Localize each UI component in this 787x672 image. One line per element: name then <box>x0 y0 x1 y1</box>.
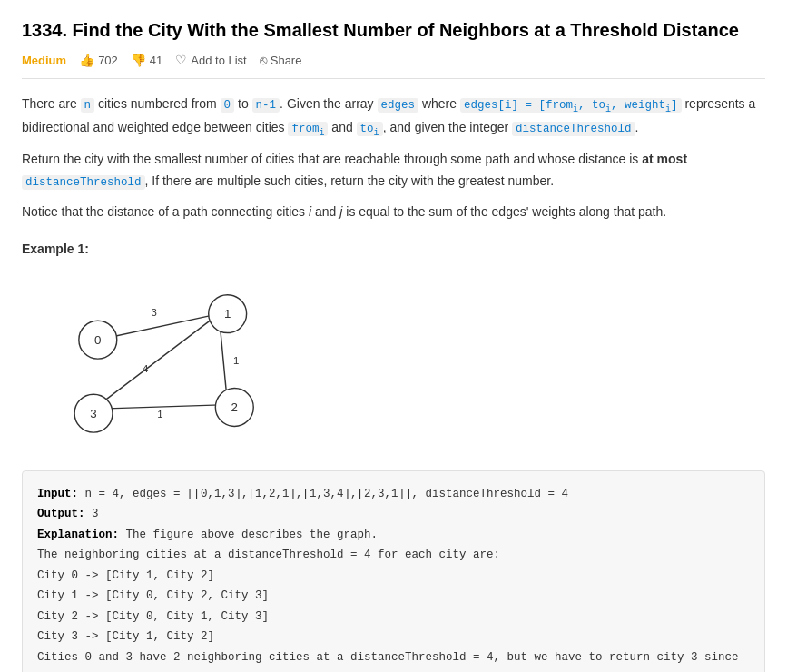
share-label: Share <box>271 54 302 67</box>
explanation-label: Explanation: <box>37 529 119 541</box>
share-button[interactable]: ⎋ Share <box>260 53 302 67</box>
code-line-8: it has the greatest number. <box>37 667 750 672</box>
node-3-label: 3 <box>90 407 96 420</box>
explanation-text: The figure above describes the graph. <box>126 529 379 541</box>
dislikes-count: 41 <box>150 54 162 67</box>
code-line-6: City 3 -> [City 1, City 2] <box>37 627 750 647</box>
code-n: n <box>81 98 95 113</box>
thumbs-down-icon: 👎 <box>131 53 146 67</box>
example-code-block: Input: n = 4, edges = [[0,1,3],[1,2,1],[… <box>22 470 765 672</box>
code-line-4: City 1 -> [City 0, City 2, City 3] <box>37 586 750 607</box>
code-output-line: Output: 3 <box>37 504 750 525</box>
code-input-line: Input: n = 4, edges = [[0,1,3],[1,2,1],[… <box>37 484 750 505</box>
code-explanation-line: Explanation: The figure above describes … <box>37 525 750 546</box>
description-paragraph-3: Notice that the distance of a path conne… <box>22 202 765 223</box>
code-distance-threshold: distanceThreshold <box>512 122 635 136</box>
output-value: 3 <box>92 508 99 520</box>
code-zero: 0 <box>221 98 235 113</box>
code-to: toi <box>357 122 383 136</box>
thumbs-up-icon: 👍 <box>79 53 94 67</box>
node-1-label: 1 <box>224 307 231 321</box>
add-to-list-label: Add to List <box>191 54 246 67</box>
code-from: fromi <box>288 122 328 136</box>
edge-label-1b: 1 <box>157 409 162 420</box>
input-label: Input: <box>37 488 78 500</box>
share-icon: ⎋ <box>260 53 267 67</box>
output-label: Output: <box>37 508 85 520</box>
dislikes-button[interactable]: 👎 41 <box>131 53 162 67</box>
at-most-text: at most <box>642 152 687 166</box>
graph-svg: 3 1 4 1 0 1 2 3 <box>40 271 294 452</box>
add-to-list-button[interactable]: ♡ Add to List <box>175 53 246 67</box>
code-line-5: City 2 -> [City 0, City 1, City 3] <box>37 607 750 628</box>
italic-i: i <box>309 204 311 219</box>
edge-label-1a: 1 <box>233 355 239 366</box>
description-paragraph-2: Return the city with the smallest number… <box>22 149 765 193</box>
italic-j: j <box>339 204 342 219</box>
likes-button[interactable]: 👍 702 <box>79 53 118 67</box>
code-line-2: The neighboring cities at a distanceThre… <box>37 545 750 566</box>
code-edges-i: edges[i] = [fromi, toi, weighti] <box>460 98 682 113</box>
code-line-7: Cities 0 and 3 have 2 neighboring cities… <box>37 647 750 668</box>
heart-icon: ♡ <box>175 53 187 67</box>
code-edges: edges <box>378 98 419 113</box>
meta-row: Medium 👍 702 👎 41 ♡ Add to List ⎋ Share <box>22 53 765 79</box>
code-line-3: City 0 -> [City 1, City 2] <box>37 566 750 587</box>
difficulty-badge[interactable]: Medium <box>22 54 66 67</box>
example-title: Example 1: <box>22 242 765 256</box>
graph-container: 3 1 4 1 0 1 2 3 <box>22 271 765 452</box>
node-2-label: 2 <box>231 400 238 414</box>
input-value: n = 4, edges = [[0,1,3],[1,2,1],[1,3,4],… <box>85 488 569 500</box>
node-0-label: 0 <box>94 333 101 347</box>
code-distance-threshold-2: distanceThreshold <box>22 175 145 190</box>
edge-label-4: 4 <box>143 363 149 374</box>
code-n-minus: n-1 <box>252 98 280 113</box>
description-paragraph-1: There are n cities numbered from 0 to n-… <box>22 94 765 140</box>
edge-label-3: 3 <box>152 306 157 317</box>
page-title: 1334. Find the City With the Smallest Nu… <box>22 18 765 42</box>
likes-count: 702 <box>98 54 118 67</box>
